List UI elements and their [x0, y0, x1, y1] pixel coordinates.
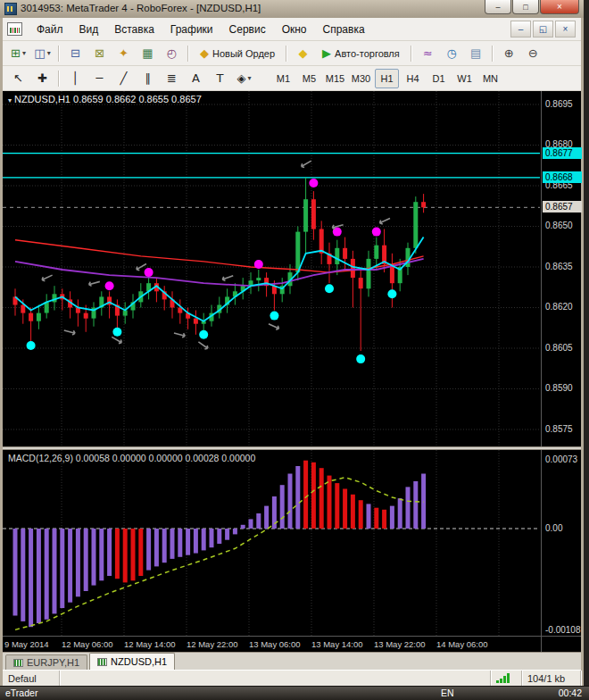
- timeframe-h1[interactable]: H1: [375, 69, 399, 88]
- shapes-button[interactable]: ◈▾: [233, 68, 255, 89]
- line-studies-toolbar: ↖✚│─╱∥≣AT◈▾ M1M5M15M30H1H4D1W1MN: [3, 66, 581, 91]
- channel-button[interactable]: ∥: [137, 68, 159, 89]
- price-axis-label: 0.8650: [545, 221, 573, 230]
- mdi-restore-button[interactable]: ◱: [533, 21, 553, 38]
- chart-tab-nzdusd-h1[interactable]: NZDUSD,H1: [89, 653, 175, 670]
- text-label-button[interactable]: A: [185, 68, 207, 89]
- timeframe-m1[interactable]: M1: [271, 69, 295, 88]
- timeframe-buttons: M1M5M15M30H1H4D1W1MN: [270, 69, 503, 88]
- terminal-icon: ▦: [142, 47, 153, 59]
- menu-item-1[interactable]: Вид: [71, 21, 107, 38]
- statusbar-spacer: [60, 671, 491, 686]
- price-axis-label: 0.8620: [545, 302, 573, 312]
- chart-legend: ▾NZDUSD,H1 0.8659 0.8662 0.8655 0.8657: [8, 94, 202, 104]
- price-axis-label: 0.8695: [545, 99, 573, 109]
- chart-tab-icon: [13, 659, 23, 667]
- profiles-button[interactable]: ◫▾: [31, 43, 54, 64]
- trendline-button[interactable]: ╱: [112, 68, 135, 89]
- macd-axis-label: 0.00073: [545, 454, 577, 464]
- fibonacci-button[interactable]: ≣: [161, 68, 183, 89]
- autotrading-button[interactable]: ▶Авто-торговля: [316, 43, 406, 64]
- price-axis-label: 0.8575: [545, 424, 573, 434]
- app-icon: [4, 3, 17, 15]
- label-tool-button[interactable]: T: [209, 68, 231, 89]
- horizontal-line-button[interactable]: ─: [88, 68, 111, 89]
- navigator-button[interactable]: ✦: [112, 43, 135, 64]
- vertical-line-icon: │: [72, 72, 79, 84]
- price-axis[interactable]: 0.86950.86800.86650.86500.86350.86200.86…: [541, 91, 581, 446]
- indicators-icon: ≈: [423, 47, 433, 59]
- price-chart-canvas[interactable]: [3, 91, 540, 446]
- zoom-out-icon: ⊖: [528, 47, 538, 59]
- menu-item-5[interactable]: Окно: [274, 21, 315, 38]
- horizontal-line-icon: ─: [96, 72, 104, 84]
- cursor-icon: ↖: [13, 72, 23, 84]
- time-axis[interactable]: 9 May 201412 May 06:0012 May 14:0012 May…: [3, 636, 581, 652]
- timeframe-m15[interactable]: M15: [323, 69, 347, 88]
- mdi-minimize-button[interactable]: –: [510, 21, 531, 38]
- level-price-tag: 0.8668: [543, 171, 582, 183]
- timeframe-m30[interactable]: M30: [349, 69, 373, 88]
- ohlc-readout: NZDUSD,H1 0.8659 0.8662 0.8655 0.8657: [14, 94, 202, 104]
- market-watch-button[interactable]: ⊟: [64, 43, 87, 64]
- window-title: 3014953: MetaTrader 4 - RoboForex - [NZD…: [21, 3, 261, 13]
- timeframe-h4[interactable]: H4: [401, 69, 425, 88]
- maximize-button[interactable]: □: [512, 0, 539, 14]
- new-chart-button[interactable]: ⊞▾: [7, 43, 29, 64]
- mdi-close-button[interactable]: ×: [555, 21, 576, 38]
- toolbar-separator: [58, 71, 60, 87]
- close-button[interactable]: ×: [540, 0, 579, 14]
- timeframe-d1[interactable]: D1: [427, 69, 451, 88]
- new-order-button[interactable]: ◆Новый Ордер: [194, 43, 281, 64]
- legend-marker-icon: ▾: [8, 96, 12, 104]
- profiles-icon: ◫: [34, 47, 45, 59]
- strategy-tester-button[interactable]: ◴: [161, 43, 183, 64]
- menu-item-4[interactable]: Сервис: [221, 21, 274, 38]
- menu-item-0[interactable]: Файл: [29, 21, 71, 38]
- macd-axis[interactable]: 0.000730.00-0.00108: [541, 450, 581, 636]
- crosshair-icon: ✚: [37, 72, 47, 84]
- taskbar-app-button[interactable]: eTrader: [5, 688, 37, 698]
- timeframe-w1[interactable]: W1: [452, 69, 477, 88]
- crosshair-button[interactable]: ✚: [31, 68, 54, 89]
- time-axis-label: 13 May 06:00: [249, 639, 301, 649]
- new-order-icon: ◆: [200, 47, 209, 59]
- autotrading-icon: ▶: [322, 47, 331, 59]
- macd-histogram-layer: [13, 461, 427, 628]
- vertical-line-button[interactable]: │: [64, 68, 87, 89]
- metaeditor-button[interactable]: ◆: [292, 43, 314, 64]
- drawing-tools: ↖✚│─╱∥≣AT◈▾: [6, 68, 256, 89]
- new-order-label: Новый Ордер: [212, 48, 275, 59]
- menu-item-2[interactable]: Вставка: [106, 21, 162, 38]
- indicators-button[interactable]: ≈: [417, 43, 439, 64]
- macd-canvas[interactable]: [3, 450, 540, 636]
- timeframe-m5[interactable]: M5: [297, 69, 321, 88]
- autotrading-label: Авто-торговля: [335, 48, 400, 59]
- menu-item-3[interactable]: Графики: [162, 21, 221, 38]
- language-indicator[interactable]: EN: [441, 688, 454, 698]
- chart-tab-eurjpy-h1[interactable]: EURJPY,H1: [5, 654, 87, 670]
- toolbar-separator: [286, 46, 287, 62]
- window-controls: –□×: [484, 0, 579, 14]
- profile-indicator: Defaul: [3, 671, 60, 686]
- new-chart-icon: ⊞: [11, 47, 21, 59]
- terminal-button[interactable]: ▦: [137, 43, 159, 64]
- data-window-button[interactable]: ⊠: [88, 43, 111, 64]
- cursor-button[interactable]: ↖: [7, 68, 29, 89]
- templates-button[interactable]: ▤: [465, 43, 487, 64]
- chart-document-icon: [7, 22, 22, 36]
- periods-button[interactable]: ◷: [441, 43, 463, 64]
- taskbar-clock[interactable]: 00:42: [559, 688, 582, 698]
- timeframe-mn[interactable]: MN: [478, 69, 502, 88]
- minimize-button[interactable]: –: [485, 0, 511, 14]
- price-axis-label: 0.8590: [545, 383, 573, 393]
- zoom-out-button[interactable]: ⊖: [522, 43, 544, 64]
- titlebar[interactable]: 3014953: MetaTrader 4 - RoboForex - [NZD…: [0, 0, 584, 18]
- zoom-in-button[interactable]: ⊕: [498, 43, 520, 64]
- macd-panel[interactable]: MACD(12,26,9) 0.00058 0.00000 0.00000 0.…: [3, 450, 581, 636]
- menu-items: ФайлВидВставкаГрафикиСервисОкноСправка: [29, 21, 373, 38]
- menubar: ФайлВидВставкаГрафикиСервисОкноСправка –…: [3, 18, 581, 41]
- price-chart[interactable]: ▾NZDUSD,H1 0.8659 0.8662 0.8655 0.8657 0…: [3, 91, 581, 446]
- menu-item-6[interactable]: Справка: [315, 21, 373, 38]
- navigator-icon: ✦: [119, 47, 129, 59]
